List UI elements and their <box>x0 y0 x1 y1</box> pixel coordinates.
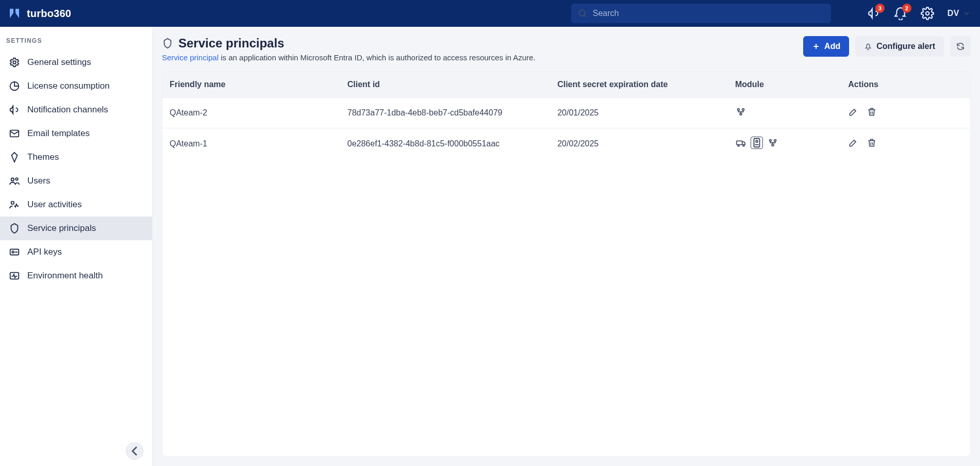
svg-point-13 <box>740 113 742 115</box>
sidebar-item-notification-channels[interactable]: Notification channels <box>0 98 152 122</box>
page-header: Service principals Service principal is … <box>162 36 971 62</box>
heartbeat-icon <box>9 270 20 281</box>
trash-icon[interactable] <box>867 138 877 148</box>
configure-alert-button[interactable]: Configure alert <box>855 36 944 57</box>
sidebar-item-label: Notification channels <box>27 105 108 115</box>
users-icon <box>9 175 20 187</box>
sidebar-item-label: API keys <box>27 247 62 257</box>
refresh-button[interactable] <box>950 36 971 57</box>
sidebar-item-label: Email templates <box>27 128 90 139</box>
page-actions: Add Configure alert <box>803 36 971 57</box>
svg-point-2 <box>13 61 16 64</box>
table-card: Friendly name Client id Client secret ex… <box>162 71 971 457</box>
th-expiration[interactable]: Client secret expiration date <box>550 72 728 98</box>
sidebar-item-label: General settings <box>27 57 91 68</box>
page-title-text: Service principals <box>178 36 284 51</box>
sidebar-item-license-consumption[interactable]: License consumption <box>0 74 152 98</box>
svg-rect-14 <box>737 141 742 144</box>
sidebar-item-email-templates[interactable]: Email templates <box>0 122 152 145</box>
svg-point-19 <box>769 140 771 142</box>
brand[interactable]: turbo360 <box>8 7 71 20</box>
module-delivery-icon <box>735 137 746 148</box>
svg-point-9 <box>12 251 14 253</box>
edit-icon[interactable] <box>848 138 858 148</box>
table-row[interactable]: QAteam-1 0e286ef1-4382-4b8d-81c5-f000b05… <box>162 128 970 159</box>
sidebar-item-label: Environment health <box>27 271 103 281</box>
cell-client-id: 78d73a77-1dba-4eb8-beb7-cd5bafe44079 <box>347 108 503 117</box>
sidebar-item-label: Users <box>27 176 50 186</box>
svg-point-0 <box>579 10 585 16</box>
module-doc-icon <box>751 137 763 149</box>
sidebar-item-themes[interactable]: Themes <box>0 145 152 169</box>
service-principals-icon <box>162 38 173 49</box>
main: Service principals Service principal is … <box>153 27 980 466</box>
th-client-id[interactable]: Client id <box>340 72 550 98</box>
announcements-icon[interactable]: 3 <box>867 7 881 20</box>
edit-icon[interactable] <box>848 107 858 117</box>
sidebar-item-api-keys[interactable]: API keys <box>0 240 152 264</box>
brand-logo-icon <box>8 7 21 20</box>
service-principal-link[interactable]: Service principal <box>162 53 219 62</box>
cell-actions <box>848 138 877 148</box>
sidebar-item-label: User activities <box>27 199 82 210</box>
sidebar-item-label: License consumption <box>27 81 110 91</box>
th-module[interactable]: Module <box>728 72 841 98</box>
page-subtitle-text: is an application within Microsoft Entra… <box>221 53 535 62</box>
add-button[interactable]: Add <box>803 36 849 57</box>
sidebar-nav: General settingsLicense consumptionNotif… <box>0 48 152 290</box>
megaphone-icon <box>9 104 20 115</box>
cell-modules <box>735 106 746 118</box>
sidebar-item-service-principals[interactable]: Service principals <box>0 217 152 240</box>
svg-point-18 <box>756 140 758 142</box>
search-icon <box>577 8 588 19</box>
svg-point-6 <box>15 178 18 180</box>
page-title: Service principals <box>162 36 284 51</box>
th-actions: Actions <box>841 72 970 98</box>
diamond-icon <box>9 152 20 163</box>
cell-actions <box>848 107 877 117</box>
service-principals-table: Friendly name Client id Client secret ex… <box>162 72 970 159</box>
key-icon <box>9 246 20 258</box>
cell-friendly-name: QAteam-2 <box>170 108 207 117</box>
sidebar-item-environment-health[interactable]: Environment health <box>0 264 152 288</box>
table-row[interactable]: QAteam-2 78d73a77-1dba-4eb8-beb7-cd5bafe… <box>162 98 970 128</box>
gear-icon[interactable] <box>921 7 934 20</box>
add-button-label: Add <box>824 42 840 51</box>
plus-icon <box>812 42 820 51</box>
svg-point-11 <box>737 109 739 111</box>
svg-point-15 <box>738 145 739 146</box>
cell-friendly-name: QAteam-1 <box>170 139 207 148</box>
topbar: turbo360 3 2 DV <box>0 0 980 27</box>
chevron-down-icon <box>962 9 971 18</box>
sidebar-collapse-button[interactable] <box>126 442 143 460</box>
configure-alert-label: Configure alert <box>876 42 935 51</box>
notifications-badge: 2 <box>902 4 911 13</box>
cell-expiration: 20/02/2025 <box>557 139 599 148</box>
th-friendly-name[interactable]: Friendly name <box>162 72 340 98</box>
search-box[interactable] <box>571 4 831 23</box>
sidebar-item-user-activities[interactable]: User activities <box>0 193 152 217</box>
sidebar-item-users[interactable]: Users <box>0 169 152 193</box>
bell-icon[interactable]: 2 <box>894 7 907 20</box>
refresh-icon <box>956 42 965 51</box>
sidebar-heading: SETTINGS <box>0 27 152 48</box>
top-actions: 3 2 DV <box>867 7 971 20</box>
cell-modules <box>735 137 778 149</box>
search-input[interactable] <box>593 9 825 18</box>
page-subtitle: Service principal is an application with… <box>162 53 536 62</box>
svg-point-1 <box>926 12 929 15</box>
svg-point-5 <box>11 178 14 181</box>
module-org-icon <box>767 137 778 148</box>
svg-point-16 <box>743 145 744 146</box>
sidebar-item-general-settings[interactable]: General settings <box>0 51 152 74</box>
sidebar-item-label: Themes <box>27 152 59 162</box>
user-initials: DV <box>948 9 959 18</box>
trash-icon[interactable] <box>867 107 877 117</box>
cell-expiration: 20/01/2025 <box>557 108 599 117</box>
svg-point-7 <box>11 202 14 205</box>
brand-name: turbo360 <box>27 8 71 20</box>
user-menu[interactable]: DV <box>948 9 971 18</box>
user-activity-icon <box>9 199 20 210</box>
svg-point-20 <box>774 140 776 142</box>
svg-point-12 <box>742 109 744 111</box>
